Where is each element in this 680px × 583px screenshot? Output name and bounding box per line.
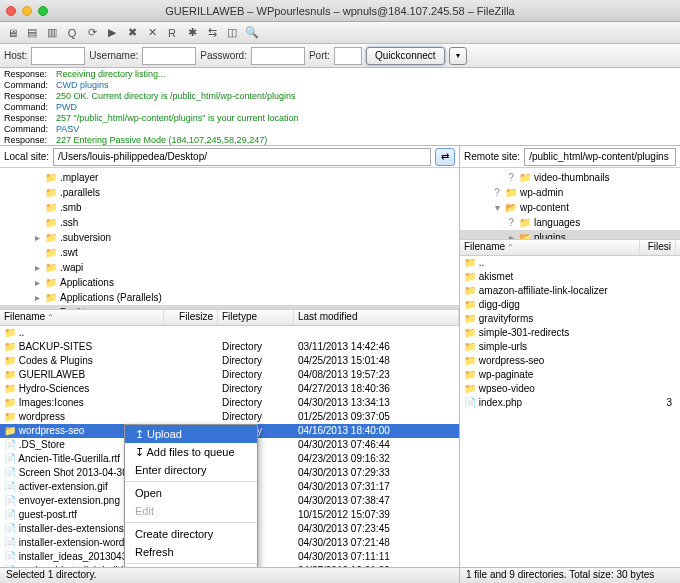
col-filename[interactable]: Filename <box>0 310 164 325</box>
tree-item[interactable]: ▾wp-content <box>460 200 680 215</box>
list-row[interactable]: wpseo-video <box>460 382 680 396</box>
col-filesize[interactable]: Filesi <box>640 240 676 255</box>
list-row[interactable]: wordpressDirectory01/25/2013 09:37:05 <box>0 410 459 424</box>
remote-tree[interactable]: ?video-thumbnails?wp-admin▾wp-content?la… <box>460 168 680 240</box>
reconnect-icon[interactable]: R <box>164 25 180 41</box>
local-list-header[interactable]: Filename Filesize Filetype Last modified <box>0 310 459 326</box>
sitemanager-icon[interactable]: 🖥 <box>4 25 20 41</box>
host-label: Host: <box>4 50 27 61</box>
compare-icon[interactable]: ⇆ <box>204 25 220 41</box>
menu-item[interactable]: ↥ Upload <box>125 425 257 443</box>
remote-list-header[interactable]: Filename Filesi <box>460 240 680 256</box>
local-tree[interactable]: .mplayer.parallels.smb.ssh▸.subversion.s… <box>0 168 459 310</box>
host-input[interactable] <box>31 47 85 65</box>
quickconnect-button[interactable]: Quickconnect <box>366 47 445 65</box>
username-input[interactable] <box>142 47 196 65</box>
port-input[interactable] <box>334 47 362 65</box>
tree-item[interactable]: .ssh <box>0 215 459 230</box>
password-input[interactable] <box>251 47 305 65</box>
list-row[interactable]: Codes & PluginsDirectory04/25/2013 15:01… <box>0 354 459 368</box>
remote-file-list[interactable]: .. akismet amazon-affiliate-link-localiz… <box>460 256 680 567</box>
col-lastmod[interactable]: Last modified <box>294 310 459 325</box>
local-path-input[interactable] <box>53 148 431 166</box>
tree-item[interactable]: ▸Applications (Parallels) <box>0 290 459 305</box>
tree-item[interactable]: .parallels <box>0 185 459 200</box>
tree-item[interactable]: ?video-thumbnails <box>460 170 680 185</box>
remote-path-input[interactable] <box>524 148 676 166</box>
menu-item[interactable]: Delete <box>125 566 257 567</box>
window-titlebar: GUERILLAWEB – WPpourlesnuls – wpnuls@184… <box>0 0 680 22</box>
quickconnect-history-button[interactable]: ▾ <box>449 47 467 65</box>
list-row[interactable]: .. <box>0 326 459 340</box>
list-row[interactable]: BACKUP-SITESDirectory03/11/2013 14:42:46 <box>0 340 459 354</box>
menu-item[interactable]: Refresh <box>125 543 257 561</box>
list-row[interactable]: wordpress-seo <box>460 354 680 368</box>
tree-item[interactable]: ▸plugins <box>460 230 680 240</box>
col-filesize[interactable]: Filesize <box>164 310 218 325</box>
menu-item[interactable]: ↧ Add files to queue <box>125 443 257 461</box>
filter-icon[interactable]: ✱ <box>184 25 200 41</box>
toggle-queue-icon[interactable]: Q <box>64 25 80 41</box>
message-log: Response:Receiving directory listing...C… <box>0 68 680 146</box>
cancel-icon[interactable]: ✖ <box>124 25 140 41</box>
search-icon[interactable]: 🔍 <box>244 25 260 41</box>
list-row[interactable]: simple-301-redirects <box>460 326 680 340</box>
list-row[interactable]: wp-paginate <box>460 368 680 382</box>
quickconnect-bar: Host: Username: Password: Port: Quickcon… <box>0 44 680 68</box>
list-row[interactable]: akismet <box>460 270 680 284</box>
list-row[interactable]: gravityforms <box>460 312 680 326</box>
tree-item[interactable]: ?wp-admin <box>460 185 680 200</box>
disconnect-icon[interactable]: ✕ <box>144 25 160 41</box>
local-file-list[interactable]: ↥ Upload↧ Add files to queueEnter direct… <box>0 326 459 567</box>
local-site-label: Local site: <box>4 151 49 162</box>
col-filetype[interactable]: Filetype <box>218 310 294 325</box>
port-label: Port: <box>309 50 330 61</box>
list-row[interactable]: digg-digg <box>460 298 680 312</box>
list-row[interactable]: simple-urls <box>460 340 680 354</box>
toggle-log-icon[interactable]: ▤ <box>24 25 40 41</box>
tree-item[interactable]: .mplayer <box>0 170 459 185</box>
menu-item: Edit <box>125 502 257 520</box>
list-row[interactable]: amazon-affiliate-link-localizer <box>460 284 680 298</box>
username-label: Username: <box>89 50 138 61</box>
remote-site-label: Remote site: <box>464 151 520 162</box>
context-menu: ↥ Upload↧ Add files to queueEnter direct… <box>124 424 258 567</box>
status-local: Selected 1 directory. <box>0 568 460 583</box>
password-label: Password: <box>200 50 247 61</box>
tree-item[interactable]: ?languages <box>460 215 680 230</box>
menu-item[interactable]: Create directory <box>125 525 257 543</box>
status-bar: Selected 1 directory. 1 file and 9 direc… <box>0 567 680 583</box>
sync-browse-icon[interactable]: ◫ <box>224 25 240 41</box>
refresh-icon[interactable]: ⟳ <box>84 25 100 41</box>
col-filename[interactable]: Filename <box>460 240 640 255</box>
list-row[interactable]: Hydro-SciencesDirectory04/27/2013 18:40:… <box>0 382 459 396</box>
process-queue-icon[interactable]: ▶ <box>104 25 120 41</box>
list-row[interactable]: .. <box>460 256 680 270</box>
tree-item[interactable]: ▸.wapi <box>0 260 459 275</box>
sync-browsing-button[interactable]: ⇄ <box>435 148 455 166</box>
menu-item[interactable]: Enter directory <box>125 461 257 479</box>
tree-item[interactable]: .smb <box>0 200 459 215</box>
list-row[interactable]: index.php3 <box>460 396 680 410</box>
list-row[interactable]: GUERILAWEBDirectory04/08/2013 19:57:23 <box>0 368 459 382</box>
tree-item[interactable]: .swt <box>0 245 459 260</box>
menu-item[interactable]: Open <box>125 484 257 502</box>
list-row[interactable]: Images:IconesDirectory04/30/2013 13:34:1… <box>0 396 459 410</box>
tree-item[interactable]: ▸.subversion <box>0 230 459 245</box>
toggle-tree-icon[interactable]: ▥ <box>44 25 60 41</box>
window-title: GUERILLAWEB – WPpourlesnuls – wpnuls@184… <box>0 5 680 17</box>
tree-item[interactable]: ▸Applications <box>0 275 459 290</box>
main-toolbar: 🖥 ▤ ▥ Q ⟳ ▶ ✖ ✕ R ✱ ⇆ ◫ 🔍 <box>0 22 680 44</box>
status-remote: 1 file and 9 directories. Total size: 30… <box>460 568 680 583</box>
